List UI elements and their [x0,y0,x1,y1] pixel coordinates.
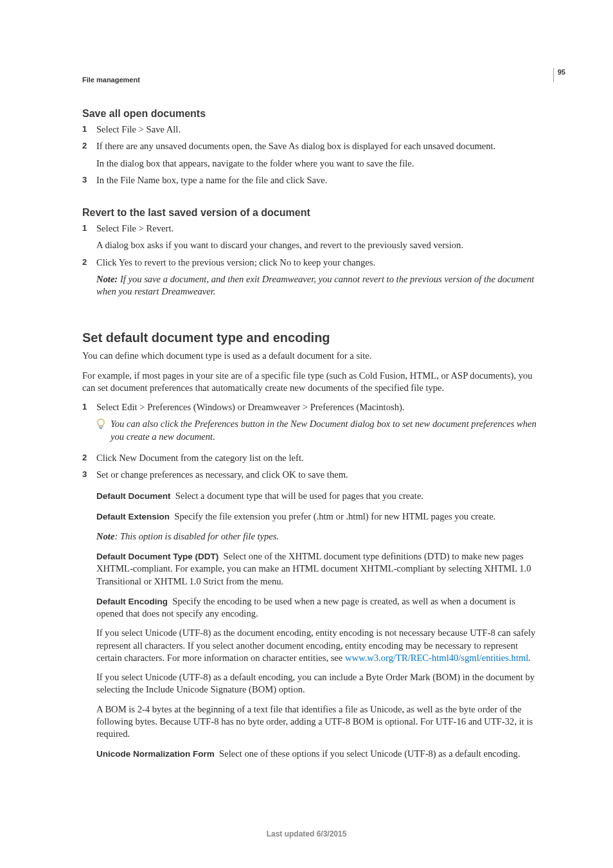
def-text: Select one of these options if you selec… [219,748,520,759]
footer-last-updated: Last updated 6/3/2015 [0,829,613,838]
def-paragraph: If you select Unicode (UTF-8) as the doc… [96,627,538,664]
note-text: If you save a document, and then exit Dr… [96,274,534,296]
steps-revert: 1 Select File > Revert. A dialog box ask… [82,222,538,302]
step: 1 Select File > Save All. [82,123,538,136]
steps-default-doc: 1 Select Edit > Preferences (Windows) or… [82,401,538,481]
note: Note: If you save a document, and then e… [96,273,538,298]
step-text: In the dialog box that appears, navigate… [96,158,538,170]
running-head: File management [82,76,538,84]
def-default-document-type: Default Document Type (DDT) Select one o… [96,550,538,588]
heading-save-all: Save all open documents [82,108,538,120]
step-text: Select File > Save All. [96,123,538,136]
tip: You can also click the Preferences butto… [96,418,538,443]
step-number: 2 [82,452,96,464]
def-label: Default Document [96,491,171,501]
def-paragraph: A BOM is 2-4 bytes at the beginning of a… [96,703,538,741]
step: 1 Select Edit > Preferences (Windows) or… [82,401,538,448]
step-body: Click New Document from the category lis… [96,452,538,464]
step-body: Select File > Save All. [96,123,538,136]
step-body: If there are any unsaved documents open,… [96,140,538,170]
tip-text: You can also click the Preferences butto… [111,418,538,443]
step-text: A dialog box asks if you want to discard… [96,239,538,251]
body-text: You can define which document type is us… [82,350,538,362]
step-text: If there are any unsaved documents open,… [96,140,538,152]
def-paragraph: If you select Unicode (UTF-8) as a defau… [96,671,538,696]
link-w3c-entities[interactable]: www.w3.org/TR/REC-html40/sgml/entities.h… [345,653,528,663]
page-number-wrap: 95 [553,68,565,82]
steps-save-all: 1 Select File > Save All. 2 If there are… [82,123,538,186]
step-text: In the File Name box, type a name for th… [96,174,538,186]
def-unicode-normalization: Unicode Normalization Form Select one of… [96,748,538,760]
note-label: Note: [96,274,118,284]
body-text: For example, if most pages in your site … [82,370,538,395]
step-text: Select Edit > Preferences (Windows) or D… [96,401,538,413]
step-number: 1 [82,401,96,448]
step-number: 3 [82,174,96,186]
def-default-extension: Default Extension Specify the file exten… [96,511,538,523]
def-label: Default Extension [96,512,170,521]
step-number: 2 [82,140,96,170]
step-number: 3 [82,469,96,481]
page-number-rule [553,68,554,82]
heading-default-doc-type: Set default document type and encoding [82,330,538,345]
def-default-encoding: Default Encoding Specify the encoding to… [96,595,538,741]
step-body: Set or change preferences as necessary, … [96,469,538,481]
def-text: Select a document type that will be used… [175,491,423,501]
lightbulb-icon [96,418,111,443]
note-text: : This option is disabled for other file… [114,531,279,541]
step-body: In the File Name box, type a name for th… [96,174,538,186]
def-label: Unicode Normalization Form [96,749,215,759]
page: 95 File management Save all open documen… [0,0,613,868]
step: 3 In the File Name box, type a name for … [82,174,538,186]
page-number: 95 [558,68,565,76]
step: 3 Set or change preferences as necessary… [82,469,538,481]
heading-revert: Revert to the last saved version of a do… [82,207,538,219]
step-body: Select File > Revert. A dialog box asks … [96,222,538,252]
def-label: Default Encoding [96,597,168,606]
step-text: Click Yes to revert to the previous vers… [96,257,538,269]
step: 2 If there are any unsaved documents ope… [82,140,538,170]
def-label: Default Document Type (DDT) [96,552,218,561]
step-number: 2 [82,257,96,303]
def-text: Specify the file extension you prefer (.… [174,511,495,521]
note-label: Note [96,531,114,541]
step: 2 Click New Document from the category l… [82,452,538,464]
step: 1 Select File > Revert. A dialog box ask… [82,222,538,252]
note: Note: This option is disabled for other … [96,530,538,543]
step-number: 1 [82,222,96,252]
step-text: Select File > Revert. [96,222,538,235]
step-body: Select Edit > Preferences (Windows) or D… [96,401,538,448]
step: 2 Click Yes to revert to the previous ve… [82,257,538,303]
text-span: . [528,653,531,663]
step-text: Set or change preferences as necessary, … [96,469,538,481]
def-default-document: Default Document Select a document type … [96,490,538,502]
svg-point-0 [98,419,104,426]
step-number: 1 [82,123,96,136]
step-text: Click New Document from the category lis… [96,452,538,464]
step-body: Click Yes to revert to the previous vers… [96,257,538,303]
